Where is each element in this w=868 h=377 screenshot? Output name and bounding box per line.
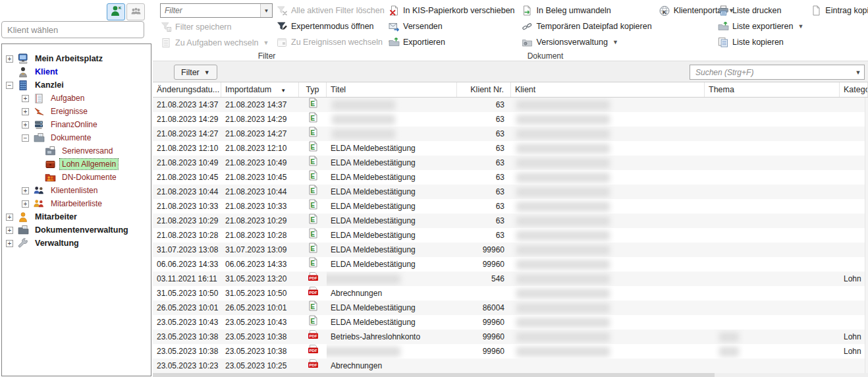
filter-speichern-button[interactable]: gFilter speichern xyxy=(157,19,273,35)
sidebar-item-serienversand[interactable]: Serienversand xyxy=(2,144,151,158)
table-row[interactable]: 23.05.2023 10:3823.05.2023 10:38PDF99960… xyxy=(153,344,868,359)
sidebar-item-klient[interactable]: Klient xyxy=(2,65,151,78)
table-row[interactable]: 21.08.2023 10:2821.08.2023 10:28EELDA Me… xyxy=(153,228,868,243)
liste-kopieren-button[interactable]: Liste kopieren xyxy=(714,34,807,50)
expand-plus-icon[interactable]: + xyxy=(6,227,13,234)
sidebar-item-mein-arbeitsplatz[interactable]: +Mein Arbeitsplatz xyxy=(2,52,151,65)
redacted-text xyxy=(516,231,610,241)
beleg-icon xyxy=(522,5,533,16)
table-row[interactable]: 21.08.2023 10:3321.08.2023 10:33EELDA Me… xyxy=(153,199,868,214)
collapse-minus-icon[interactable]: − xyxy=(6,82,13,89)
cell-thema xyxy=(705,359,840,373)
versenden-button[interactable]: Versenden xyxy=(385,18,518,34)
cell-titel: ELDA Meldebestätigung xyxy=(327,141,457,156)
table-row[interactable]: 21.08.2023 10:4521.08.2023 10:45EELDA Me… xyxy=(153,170,868,185)
expand-plus-icon[interactable]: + xyxy=(6,214,13,221)
cell-klient xyxy=(511,301,705,315)
svg-text:E: E xyxy=(310,172,315,179)
cell-aenderungsdatum: 21.08.2023 14:29 xyxy=(153,112,221,127)
filter-save-icon: g xyxy=(160,22,172,33)
sidebar-item-ereignisse[interactable]: +Ereignisse xyxy=(2,105,151,118)
expand-plus-icon[interactable]: + xyxy=(6,240,13,247)
sidebar-item-finanzonline[interactable]: +FinanzOnline xyxy=(2,118,151,131)
client-select-input[interactable] xyxy=(1,21,144,38)
cell-klient-nr: 99960 xyxy=(457,330,511,344)
expand-plus-icon[interactable]: + xyxy=(22,95,29,102)
combo-arrow-icon[interactable]: ▼ xyxy=(260,4,272,17)
search-dropdown-icon[interactable]: ▼ xyxy=(852,69,864,76)
sidebar-item-mitarbeiterliste[interactable]: +Mitarbeiterliste xyxy=(2,197,151,210)
zu-ereignissen-wechseln-button[interactable]: Zu Ereignissen wechseln▼ xyxy=(273,34,396,50)
elda-document-icon: E xyxy=(309,228,317,243)
column-header-aenderungsdatum[interactable]: Änderungsdatu... xyxy=(153,82,221,97)
column-header-typ[interactable]: Typ xyxy=(299,82,327,97)
liste-drucken-button[interactable]: Liste drucken xyxy=(714,3,807,18)
expand-plus-icon[interactable]: + xyxy=(6,55,13,63)
sidebar-item-klientenlisten[interactable]: +Klientenlisten xyxy=(2,184,151,197)
table-row[interactable]: 06.06.2023 14:3306.06.2023 14:33EELDA Me… xyxy=(153,257,868,272)
cell-aenderungsdatum: 21.08.2023 10:28 xyxy=(153,228,221,243)
tree-item-label: Klient xyxy=(33,67,60,77)
toolbar-button-label: Liste kopieren xyxy=(732,38,784,47)
table-row[interactable]: 31.07.2023 13:0831.07.2023 13:09EELDA Me… xyxy=(153,243,868,257)
cell-titel: Abrechnungen xyxy=(327,359,457,373)
cell-importdatum: 21.08.2023 14:37 xyxy=(221,98,299,112)
expand-plus-icon[interactable]: + xyxy=(22,200,29,208)
column-header-klient[interactable]: Klient xyxy=(511,82,705,97)
column-header-klient_nr[interactable]: Klient Nr. xyxy=(457,82,511,97)
horizontal-scrollbar[interactable] xyxy=(153,373,868,377)
expand-plus-icon[interactable]: + xyxy=(22,187,29,194)
search-input[interactable] xyxy=(690,68,852,77)
expertenmodus-öffnen-button[interactable]: Expertenmodus öffnen xyxy=(273,18,396,34)
filter-combobox[interactable]: Filter▼ xyxy=(160,3,273,18)
table-row[interactable]: 21.08.2023 10:4421.08.2023 10:44EELDA Me… xyxy=(153,185,868,199)
column-header-titel[interactable]: Titel xyxy=(327,82,457,97)
table-row[interactable]: 21.08.2023 10:4921.08.2023 10:49EELDA Me… xyxy=(153,156,868,170)
in-kis-papierkorb-verschieben-button[interactable]: In KIS-Papierkorb verschieben xyxy=(385,3,518,18)
column-header-importdatum[interactable]: Importdatum▼ xyxy=(221,82,299,97)
expand-plus-icon[interactable]: + xyxy=(22,108,29,115)
table-row[interactable]: 03.11.2021 16:1131.05.2023 13:20PDF546Lo… xyxy=(153,272,868,286)
table-row[interactable]: 23.05.2023 10:4323.05.2023 10:43EELDA Me… xyxy=(153,315,868,330)
eintrag-kopieren-button[interactable]: Eintrag kopieren xyxy=(807,3,868,18)
versions-icon xyxy=(522,37,533,48)
versionsverwaltung-button[interactable]: Versionsverwaltung▼ xyxy=(518,34,655,50)
toolbar-group-label: Filter xyxy=(153,51,381,61)
collapse-minus-icon[interactable]: − xyxy=(22,134,29,142)
liste-exportieren-button[interactable]: Liste exportieren▼ xyxy=(714,18,807,34)
table-row[interactable]: 21.08.2023 10:2921.08.2023 10:29EELDA Me… xyxy=(153,214,868,228)
table-row[interactable]: 21.08.2023 12:1021.08.2023 12:10EELDA Me… xyxy=(153,141,868,156)
sidebar-item-lohn-allgemein[interactable]: Lohn Allgemein xyxy=(2,158,151,171)
sidebar-item-verwaltung[interactable]: +Verwaltung xyxy=(2,237,151,250)
sidebar-item-dokumentenverwaltung[interactable]: +Dokumentenverwaltung xyxy=(2,223,151,237)
table-row[interactable]: 31.05.2023 10:5031.05.2023 10:50PDFAbrec… xyxy=(153,286,868,301)
sidebar-item-aufgaben[interactable]: +Aufgaben xyxy=(2,92,151,105)
sidebar-item-dn-dokumente[interactable]: DN-Dokumente xyxy=(2,171,151,184)
sidebar-item-kanzlei[interactable]: −Kanzlei xyxy=(2,78,151,92)
temporären-dateipfad-kopieren-button[interactable]: Temporären Dateipfad kopieren xyxy=(518,18,655,34)
in-beleg-umwandeln-button[interactable]: In Beleg umwandeln xyxy=(518,3,655,18)
sidebar-item-mitarbeiter[interactable]: +Mitarbeiter xyxy=(2,210,151,223)
zu-aufgaben-wechseln-button[interactable]: Zu Aufgaben wechseln▼ xyxy=(157,35,273,51)
single-client-toggle-button[interactable]: K xyxy=(107,3,125,20)
expand-plus-icon[interactable]: + xyxy=(22,121,29,129)
cell-kategorie xyxy=(840,112,868,127)
client-group-toggle-button[interactable] xyxy=(126,3,145,20)
exportieren-button[interactable]: Exportieren xyxy=(385,34,518,50)
redacted-text xyxy=(516,347,610,357)
column-header-thema[interactable]: Thema xyxy=(705,82,840,97)
vertical-scrollbar[interactable] xyxy=(865,98,868,373)
alle-aktiven-filter-löschen-button[interactable]: Alle aktiven Filter löschen xyxy=(273,3,396,18)
table-row[interactable]: 21.08.2023 14:2921.08.2023 14:29E63 xyxy=(153,112,868,127)
sidebar-item-dokumente[interactable]: −Dokumente xyxy=(2,131,151,144)
filter-menu-button[interactable]: Filter ▼ xyxy=(174,65,217,80)
table-row[interactable]: 23.05.2023 10:2323.05.2023 10:25PDFAbrec… xyxy=(153,359,868,373)
search-combobox[interactable]: ▼ xyxy=(690,65,865,80)
horizontal-scrollbar-thumb[interactable] xyxy=(153,373,715,377)
column-header-kategorie[interactable]: Kategor xyxy=(840,82,868,97)
cell-kategorie xyxy=(840,156,868,170)
table-row[interactable]: 26.05.2023 10:0126.05.2023 10:01EELDA Me… xyxy=(153,301,868,315)
table-row[interactable]: 21.08.2023 14:2721.08.2023 14:27E63 xyxy=(153,127,868,141)
table-row[interactable]: 21.08.2023 14:3721.08.2023 14:37E63 xyxy=(153,98,868,112)
table-row[interactable]: 23.05.2023 10:3823.05.2023 10:38PDFBetri… xyxy=(153,330,868,344)
